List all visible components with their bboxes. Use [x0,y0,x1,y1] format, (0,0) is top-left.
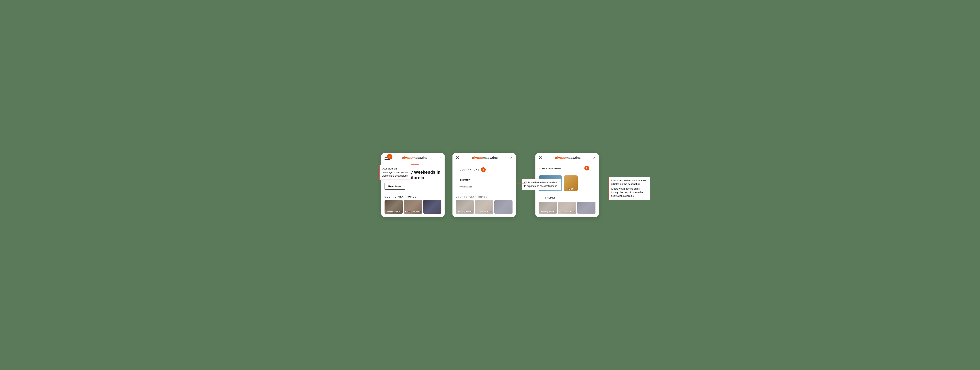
logo-magazine-3: magazine [566,156,581,160]
logo: trivago magazine [402,156,428,160]
popular-cards-2: Adult Only Resorts All Inclusive Resort [456,200,512,214]
logo-3: trivago magazine [555,156,581,160]
menu-plus-themes-icon-2: + [457,179,458,182]
logo-trivago-2: trivago [472,156,483,160]
phone-2: ✕ trivago magazine ⌕ + DESTINATIONS 2 [452,153,515,217]
menu-plus-icon-2: + [457,168,458,171]
themes-plus-icon-3: + [539,196,541,199]
menu-item-themes-label-2: THEMES [460,179,471,181]
popular-title-1: MOST POPULAR TOPICS [385,196,441,198]
menu-item-destinations-2[interactable]: + DESTINATIONS 2 [452,164,515,175]
popular-cards-1: Adult Only Resorts All Inclusive Resort [385,200,441,214]
annotation-2: Clicks on destination accordion to expan… [522,179,561,190]
search-icon-2[interactable]: ⌕ [510,156,512,160]
close-icon-2[interactable]: ✕ [456,156,459,160]
pop-card-label-1b: All Inclusive Resort [405,211,421,212]
pop-card-label-1a: Adult Only Resorts [385,211,402,212]
popular-title-2: MOST POPULAR TOPICS [456,196,512,198]
annotation-3-sub: (Users would have to scroll through the … [611,187,648,198]
pop-card-bg-1c [423,200,441,214]
destinations-label-3: DESTINATIONS [542,167,562,170]
popular-card-1c[interactable] [423,200,441,214]
popular-card-2a: Adult Only Resorts [456,200,474,214]
logo-2: trivago magazine [472,156,498,160]
minus-icon-3: - [539,167,541,170]
popular-cards-3: Adult Only Resorts All Inclusive Resort [539,200,595,214]
popular-card-1b[interactable]: All Inclusive Resort [404,200,422,214]
popular-card-2b: All Inclusive Resort [475,200,493,214]
menu-overlay-2: + DESTINATIONS 2 + THEMES [452,164,515,185]
search-icon[interactable]: ⌕ [439,156,441,160]
popular-section-1: MOST POPULAR TOPICS Adult Only Resorts A… [381,196,445,217]
step-badge-2: 2 [481,167,486,172]
step-badge-1: 1 [387,154,393,159]
themes-row-3[interactable]: + + THEMES [535,194,599,202]
popular-card-2c [494,200,512,214]
logo-magazine-2: magazine [483,156,498,160]
annotation-1: User clicks on hamburger menu to view th… [379,165,411,180]
dest-card-mid[interactable]: MID [564,175,578,191]
themes-label-3: + THEMES [542,196,556,199]
search-icon-3[interactable]: ⌕ [593,156,595,160]
phone-1-header: 1 trivago magazine ⌕ [381,153,445,163]
logo-magazine: magazine [412,156,427,160]
header-left: 1 [385,156,390,160]
phone-2-header: ✕ trivago magazine ⌕ [452,153,515,163]
read-more-button-1[interactable]: Read More [385,183,405,190]
popular-card-1a[interactable]: Adult Only Resorts [385,200,403,214]
popular-section-2: MOST POPULAR TOPICS Adult Only Resorts A… [452,196,515,217]
close-icon-3[interactable]: ✕ [539,156,542,160]
dest-card-label-mid: MID [564,188,578,190]
logo-trivago: trivago [402,156,413,160]
menu-item-destinations-label-2: DESTINATIONS [460,169,479,171]
logo-trivago-3: trivago [555,156,566,160]
popular-card-3b: All Inclusive Resort [558,200,576,214]
destinations-header-3: - DESTINATIONS [535,164,599,173]
phone-3-header: ✕ trivago magazine ⌕ [535,153,599,163]
annotation-3-title: Clicks destination card to view articles… [611,179,648,186]
popular-card-3a: Adult Only Resorts [539,200,557,214]
phone-1: 1 trivago magazine ⌕ Northern California… [381,153,445,217]
popular-card-3c [577,200,595,214]
menu-item-themes-2[interactable]: + THEMES [452,175,515,185]
annotation-3: Clicks destination card to view articles… [608,177,650,200]
